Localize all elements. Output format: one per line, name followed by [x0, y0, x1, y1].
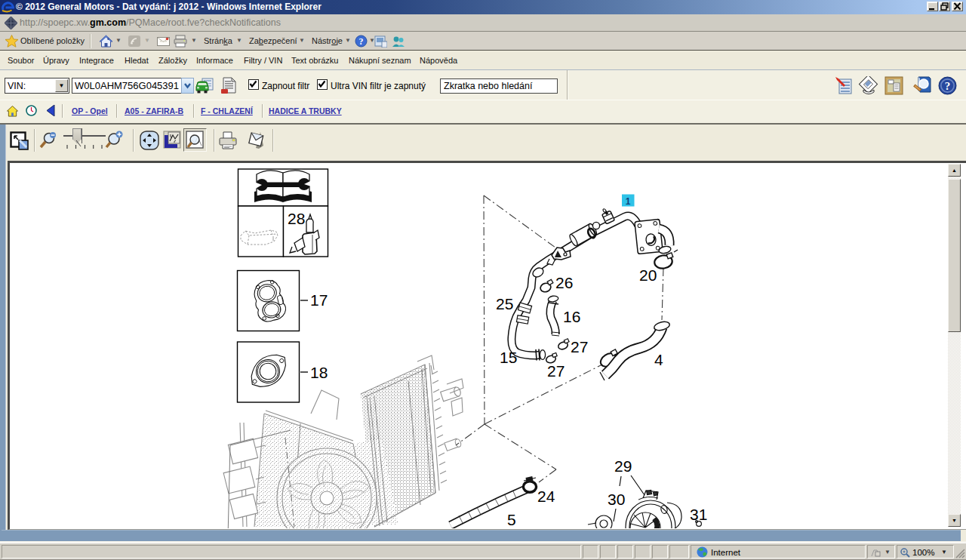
- svg-text:31: 31: [690, 506, 707, 523]
- svg-text:15: 15: [500, 349, 517, 366]
- svg-text:28: 28: [288, 210, 305, 227]
- svg-text:27: 27: [571, 338, 588, 355]
- svg-text:24: 24: [537, 488, 555, 505]
- svg-text:17: 17: [310, 291, 328, 309]
- svg-text:?: ?: [359, 36, 364, 47]
- svg-text:4: 4: [654, 351, 663, 368]
- svg-text:16: 16: [563, 308, 580, 325]
- svg-text:27: 27: [547, 362, 565, 380]
- svg-text:5: 5: [507, 511, 516, 528]
- svg-text:29: 29: [614, 457, 632, 475]
- svg-text:?: ?: [945, 80, 951, 92]
- svg-text:1: 1: [626, 196, 631, 207]
- svg-text:20: 20: [639, 266, 657, 284]
- svg-text:25: 25: [496, 295, 513, 312]
- svg-text:30: 30: [608, 491, 625, 508]
- svg-text:26: 26: [555, 274, 573, 291]
- svg-text:18: 18: [310, 364, 328, 381]
